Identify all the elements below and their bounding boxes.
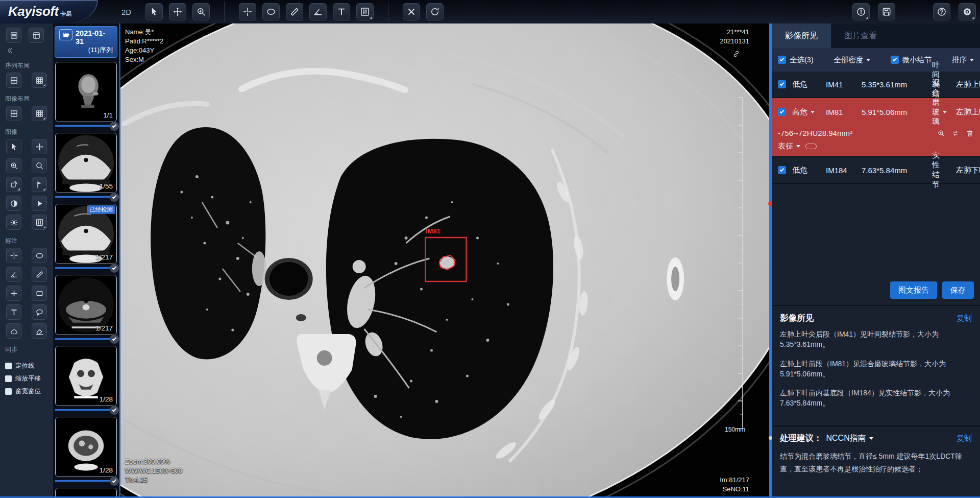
crosshair-tool-button[interactable] — [239, 3, 256, 20]
reset-view-button[interactable] — [426, 3, 444, 20]
patient-sex: Sex:M — [125, 55, 163, 64]
nodule-id: IM41 — [826, 80, 862, 89]
slice-position-marker[interactable] — [768, 201, 772, 206]
thumbnail-image[interactable]: 1/55 — [55, 133, 117, 193]
thumbnail-image[interactable]: 已经检测 1/217 — [55, 204, 117, 264]
series-checked-icon[interactable] — [110, 122, 119, 131]
alert-button[interactable] — [852, 3, 870, 20]
image-tools-row — [0, 214, 53, 231]
nodule-risk-dropdown[interactable]: 高危 — [792, 107, 826, 117]
ellipse-tool-button[interactable] — [262, 3, 280, 20]
copy-findings-link[interactable]: 复制 — [957, 314, 972, 323]
sidebar-rotate-button[interactable] — [6, 177, 21, 192]
nodule-annotation-label[interactable]: IM81 — [426, 227, 440, 235]
density-dropdown[interactable]: 全部密度 — [834, 55, 870, 65]
link-icon[interactable] — [732, 50, 740, 60]
annotate-angle-button[interactable] — [6, 267, 21, 282]
layout-panel-button[interactable] — [29, 28, 44, 43]
sidebar-pan-button[interactable] — [32, 139, 47, 154]
thumbnail-image[interactable]: 1/1 — [55, 62, 117, 122]
nodule-checkbox[interactable] — [778, 166, 792, 174]
collapse-sidebar-button[interactable] — [0, 46, 53, 57]
sidebar-window-level-button[interactable] — [32, 215, 47, 230]
annotate-text-button[interactable] — [6, 304, 21, 320]
nodule-row-im184[interactable]: 低危 IM184 7.63*5.84mm 实性结节 左肺下叶 — [772, 157, 980, 184]
mode-label: 2D — [121, 8, 131, 16]
panel-spacer — [772, 184, 980, 276]
help-icon — [937, 7, 947, 17]
series-grid-3x3-button[interactable] — [32, 73, 47, 88]
annotate-cobb-button[interactable] — [6, 323, 21, 339]
series-checked-icon[interactable] — [110, 264, 119, 273]
angle-tool-button[interactable] — [309, 3, 327, 20]
sidebar-flip-button[interactable] — [32, 177, 47, 192]
annotate-ruler-button[interactable] — [32, 267, 47, 282]
finding-line: 左肺上叶前段（IM81）见混合磨玻璃结节影，大小为5.91*5.06mm。 — [780, 359, 972, 380]
report-button[interactable]: 图文报告 — [890, 281, 937, 299]
micro-nodule-checkbox[interactable]: 微小结节 — [891, 55, 932, 65]
thumbnail-image[interactable]: 1/28 — [55, 346, 117, 406]
zoom-to-nodule-icon[interactable] — [937, 129, 945, 137]
nodule-size: 5.35*3.61mm — [862, 80, 932, 89]
series-grid-2x2-button[interactable] — [6, 73, 21, 88]
image-layout-label: 图像布局 — [0, 90, 53, 105]
nodule-checkbox[interactable] — [778, 108, 792, 116]
sidebar-brightness-button[interactable] — [6, 215, 21, 230]
copy-suggestion-link[interactable]: 复制 — [957, 434, 972, 443]
pointer-tool-button[interactable] — [145, 3, 163, 20]
annotate-callout-button[interactable] — [32, 304, 47, 320]
help-button[interactable] — [933, 3, 950, 20]
save-image-button[interactable] — [878, 3, 895, 20]
tab-image-view[interactable]: 图片查看 — [831, 23, 890, 48]
sync-localizer-checkbox[interactable]: 定位线 — [5, 362, 53, 370]
delete-annotation-button[interactable] — [403, 3, 420, 20]
image-grid-2x2-button[interactable] — [6, 106, 21, 121]
nodule-location: 左肺下叶 — [940, 165, 980, 175]
tab-findings[interactable]: 影像所见 — [772, 23, 831, 48]
sync-zoom-pan-checkbox[interactable]: 缩放平移 — [5, 374, 53, 383]
sidebar-pointer-button[interactable] — [6, 139, 21, 154]
save-button[interactable]: 保存 — [942, 281, 974, 299]
nodule-checkbox[interactable] — [778, 80, 792, 88]
series-checked-icon[interactable] — [110, 477, 119, 486]
nodule-location-dropdown[interactable]: 左肺上叶 — [947, 107, 980, 117]
nodule-row-im41[interactable]: 低危 IM41 5.35*3.61mm 叶间裂结节 左肺上叶 — [772, 72, 980, 98]
compare-icon[interactable] — [951, 129, 960, 137]
select-all-checkbox[interactable]: 全选(3) — [778, 55, 814, 65]
series-checked-icon[interactable] — [110, 335, 119, 344]
annotate-crosshair-button[interactable] — [6, 248, 21, 263]
ct-reading-workstation: Kayisoft 卡易 2D — [0, 0, 980, 498]
series-checked-icon[interactable] — [110, 193, 119, 202]
thumbnail-image[interactable]: 1/217 — [55, 275, 117, 335]
feature-dropdown[interactable]: 表征 — [778, 141, 800, 151]
trash-icon[interactable] — [966, 129, 974, 137]
annotate-rectangle-button[interactable] — [32, 286, 47, 301]
feature-toggle[interactable] — [805, 144, 817, 149]
annotate-eraser-button[interactable] — [32, 323, 47, 339]
annotate-point-button[interactable] — [6, 286, 21, 301]
pan-tool-button[interactable] — [169, 3, 186, 20]
sidebar-cine-play-button[interactable] — [32, 196, 47, 211]
zoom-tool-button[interactable] — [192, 3, 210, 20]
sidebar-invert-button[interactable] — [6, 196, 21, 211]
thumbnail-image[interactable]: 1/28 — [55, 417, 117, 477]
sidebar-zoom-in-button[interactable] — [6, 158, 21, 173]
settings-button[interactable] — [959, 3, 976, 20]
sidebar-magnify-button[interactable] — [32, 158, 47, 173]
angle-icon — [10, 270, 18, 279]
guideline-dropdown[interactable]: NCCN指南 — [826, 433, 873, 444]
measure-tool-button[interactable] — [286, 3, 303, 20]
series-panel-button[interactable] — [6, 28, 21, 43]
nodule-risk: 低危 — [792, 80, 826, 89]
series-checked-icon[interactable] — [110, 406, 119, 415]
study-header[interactable]: 2021-01-31 (11)序列 — [55, 26, 117, 58]
image-grid-3x3-button[interactable] — [32, 106, 47, 121]
nodule-row-im81[interactable]: 高危 IM81 5.91*5.06mm 混合磨玻璃结节 左肺上叶 — [772, 98, 980, 126]
play-icon — [35, 199, 44, 208]
ct-axial-image[interactable] — [120, 23, 772, 498]
sort-dropdown[interactable]: 排序 — [952, 55, 974, 65]
annotate-ellipse-button[interactable] — [32, 248, 47, 263]
sync-window-level-checkbox[interactable]: 窗宽窗位 — [5, 387, 53, 396]
text-tool-button[interactable] — [333, 3, 350, 20]
window-level-button[interactable] — [356, 3, 374, 20]
